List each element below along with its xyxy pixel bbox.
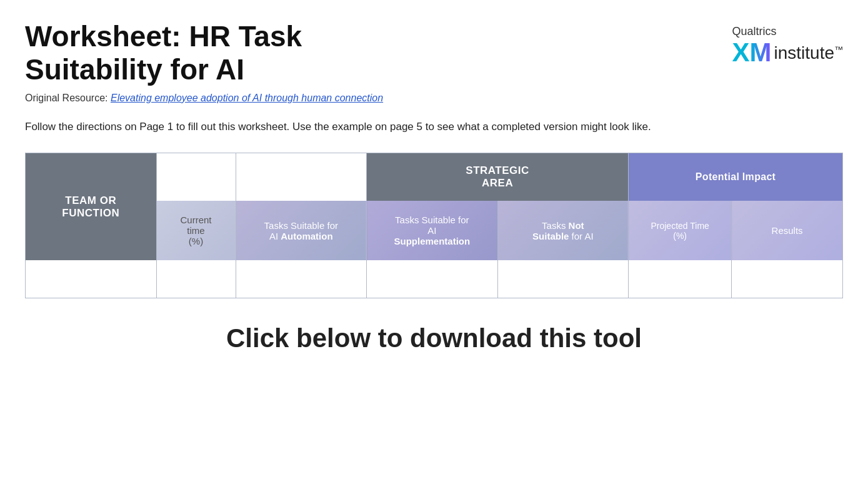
description-text: Follow the directions on Page 1 to fill …: [25, 119, 843, 135]
th-potential-impact: Potential Impact: [629, 153, 843, 201]
td-results: Results: [732, 201, 843, 260]
original-resource-link[interactable]: Elevating employee adoption of AI throug…: [111, 93, 383, 103]
cta-text: Click below to download this tool: [25, 323, 843, 353]
td-suitable-supp-value: [367, 260, 498, 298]
td-current-time: Currenttime(%): [156, 201, 236, 260]
original-resource-line: Original Resource: Elevating employee ad…: [25, 93, 843, 104]
cta-section: Click below to download this tool: [25, 323, 843, 353]
td-not-suitable: Tasks NotSuitable for AI: [497, 201, 629, 260]
logo-institute-text: institute™: [774, 43, 844, 66]
worksheet-table: TEAM ORFUNCTION STRATEGICAREA Potential …: [25, 153, 843, 298]
th-empty-2: [236, 153, 367, 201]
page-title: Worksheet: HR Task Suitability for AI: [25, 20, 302, 86]
td-suitable-auto-value: [236, 260, 367, 298]
td-team-value: [26, 260, 157, 298]
td-current-time-value: [156, 260, 236, 298]
td-not-suitable-value: [497, 260, 629, 298]
logo-area: Qualtrics XM institute™: [732, 20, 843, 66]
td-suitable-supp: Tasks Suitable forAISupplementation: [367, 201, 498, 260]
table-data-row-1: [26, 260, 843, 298]
logo-qualtrics-text: Qualtrics: [732, 25, 776, 38]
th-strategic-area: STRATEGICAREA: [367, 153, 629, 201]
td-projected-time: Projected Time(%): [629, 201, 732, 260]
page-header: Worksheet: HR Task Suitability for AI Qu…: [25, 20, 843, 86]
logo-x-letter: X: [732, 39, 749, 66]
td-results-value: [732, 260, 843, 298]
th-team-or-function: TEAM ORFUNCTION: [26, 153, 157, 261]
table-header-row: TEAM ORFUNCTION STRATEGICAREA Potential …: [26, 153, 843, 201]
logo-m-letter: M: [750, 39, 772, 66]
td-projected-value: [629, 260, 732, 298]
td-suitable-auto: Tasks Suitable forAI Automation: [236, 201, 367, 260]
th-empty-1: [156, 153, 236, 201]
logo-xm: XM: [732, 39, 771, 66]
